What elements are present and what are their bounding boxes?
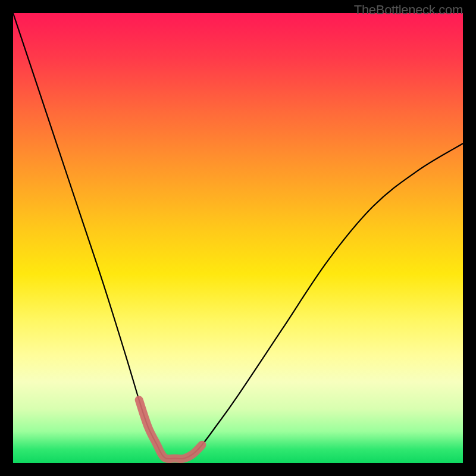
plot-area (13, 13, 463, 463)
curve-svg (13, 13, 463, 463)
highlight-valley (139, 400, 202, 459)
bottleneck-curve (13, 13, 463, 459)
chart-container: TheBottleneck.com (0, 0, 476, 476)
attribution-label: TheBottleneck.com (354, 2, 463, 18)
